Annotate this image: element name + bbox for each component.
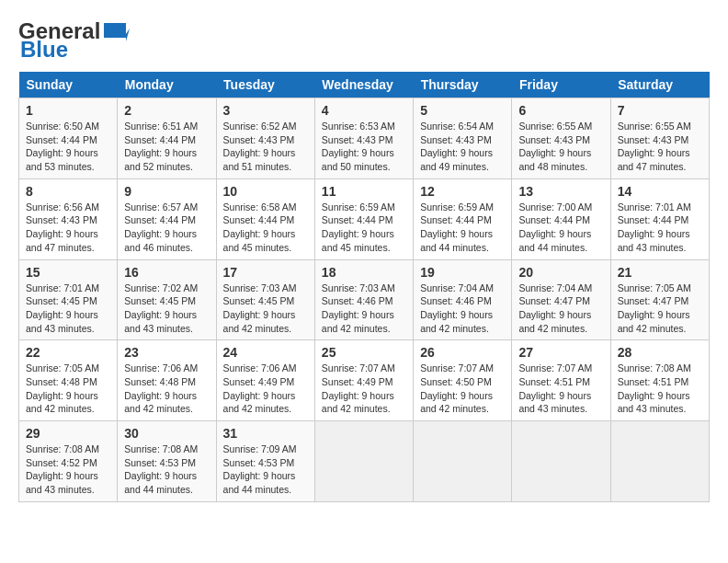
day-number: 25 xyxy=(322,345,406,360)
weekday-header-wednesday: Wednesday xyxy=(314,72,413,98)
day-number: 14 xyxy=(618,184,702,199)
calendar-cell: 3Sunrise: 6:52 AM Sunset: 4:43 PM Daylig… xyxy=(216,98,314,179)
day-info: Sunrise: 7:09 AM Sunset: 4:53 PM Dayligh… xyxy=(223,442,308,497)
day-info: Sunrise: 7:07 AM Sunset: 4:49 PM Dayligh… xyxy=(322,362,406,416)
day-number: 21 xyxy=(618,265,702,280)
calendar-week-5: 29Sunrise: 7:08 AM Sunset: 4:52 PM Dayli… xyxy=(19,421,710,502)
calendar-cell: 6Sunrise: 6:55 AM Sunset: 4:43 PM Daylig… xyxy=(512,98,610,179)
day-info: Sunrise: 6:58 AM Sunset: 4:44 PM Dayligh… xyxy=(223,201,308,255)
calendar-cell: 23Sunrise: 7:06 AM Sunset: 4:48 PM Dayli… xyxy=(118,340,216,421)
calendar-cell: 4Sunrise: 6:53 AM Sunset: 4:43 PM Daylig… xyxy=(314,98,413,179)
calendar-cell: 30Sunrise: 7:08 AM Sunset: 4:53 PM Dayli… xyxy=(118,421,216,502)
calendar-week-1: 1Sunrise: 6:50 AM Sunset: 4:44 PM Daylig… xyxy=(19,98,710,179)
day-number: 16 xyxy=(124,265,209,280)
day-number: 28 xyxy=(618,345,702,360)
day-info: Sunrise: 7:05 AM Sunset: 4:48 PM Dayligh… xyxy=(26,362,110,416)
calendar-cell: 9Sunrise: 6:57 AM Sunset: 4:44 PM Daylig… xyxy=(118,178,216,259)
calendar-cell: 7Sunrise: 6:55 AM Sunset: 4:43 PM Daylig… xyxy=(610,98,709,179)
day-number: 15 xyxy=(26,265,110,280)
day-info: Sunrise: 7:07 AM Sunset: 4:50 PM Dayligh… xyxy=(420,362,505,416)
day-info: Sunrise: 7:08 AM Sunset: 4:52 PM Dayligh… xyxy=(26,442,110,497)
day-number: 19 xyxy=(420,265,505,280)
day-number: 2 xyxy=(124,103,209,118)
day-number: 1 xyxy=(26,103,110,118)
day-info: Sunrise: 7:08 AM Sunset: 4:51 PM Dayligh… xyxy=(618,362,702,416)
calendar-cell: 28Sunrise: 7:08 AM Sunset: 4:51 PM Dayli… xyxy=(610,340,709,421)
day-number: 12 xyxy=(420,184,505,199)
day-number: 26 xyxy=(420,345,505,360)
calendar-week-2: 8Sunrise: 6:56 AM Sunset: 4:43 PM Daylig… xyxy=(19,178,710,259)
calendar-cell: 1Sunrise: 6:50 AM Sunset: 4:44 PM Daylig… xyxy=(19,98,118,179)
day-number: 29 xyxy=(26,426,110,441)
logo-arrow-icon xyxy=(100,21,130,41)
day-number: 24 xyxy=(223,345,308,360)
weekday-header-tuesday: Tuesday xyxy=(216,72,314,98)
calendar-cell: 22Sunrise: 7:05 AM Sunset: 4:48 PM Dayli… xyxy=(19,340,118,421)
day-number: 3 xyxy=(223,103,308,118)
calendar-cell: 29Sunrise: 7:08 AM Sunset: 4:52 PM Dayli… xyxy=(19,421,118,502)
day-number: 7 xyxy=(618,103,702,118)
day-number: 23 xyxy=(124,345,209,360)
day-number: 13 xyxy=(518,184,603,199)
calendar-cell xyxy=(314,421,413,502)
day-info: Sunrise: 6:57 AM Sunset: 4:44 PM Dayligh… xyxy=(124,201,209,255)
calendar-cell: 8Sunrise: 6:56 AM Sunset: 4:43 PM Daylig… xyxy=(19,178,118,259)
calendar-cell: 31Sunrise: 7:09 AM Sunset: 4:53 PM Dayli… xyxy=(216,421,314,502)
calendar-cell: 24Sunrise: 7:06 AM Sunset: 4:49 PM Dayli… xyxy=(216,340,314,421)
day-number: 9 xyxy=(124,184,209,199)
calendar-table: SundayMondayTuesdayWednesdayThursdayFrid… xyxy=(18,72,710,502)
day-info: Sunrise: 7:01 AM Sunset: 4:44 PM Dayligh… xyxy=(618,201,702,255)
day-info: Sunrise: 7:04 AM Sunset: 4:46 PM Dayligh… xyxy=(420,282,505,336)
calendar-cell: 26Sunrise: 7:07 AM Sunset: 4:50 PM Dayli… xyxy=(414,340,512,421)
calendar-cell: 12Sunrise: 6:59 AM Sunset: 4:44 PM Dayli… xyxy=(414,178,512,259)
calendar-cell: 2Sunrise: 6:51 AM Sunset: 4:44 PM Daylig… xyxy=(118,98,216,179)
calendar-cell: 11Sunrise: 6:59 AM Sunset: 4:44 PM Dayli… xyxy=(314,178,413,259)
day-info: Sunrise: 7:06 AM Sunset: 4:48 PM Dayligh… xyxy=(124,362,209,416)
day-number: 20 xyxy=(518,265,603,280)
calendar-cell xyxy=(610,421,709,502)
day-info: Sunrise: 6:50 AM Sunset: 4:44 PM Dayligh… xyxy=(26,120,110,174)
calendar-cell: 21Sunrise: 7:05 AM Sunset: 4:47 PM Dayli… xyxy=(610,259,709,340)
day-info: Sunrise: 6:56 AM Sunset: 4:43 PM Dayligh… xyxy=(26,201,110,255)
weekday-header-monday: Monday xyxy=(118,72,216,98)
day-number: 30 xyxy=(124,426,209,441)
svg-marker-0 xyxy=(104,23,130,41)
day-info: Sunrise: 7:06 AM Sunset: 4:49 PM Dayligh… xyxy=(223,362,308,416)
day-number: 17 xyxy=(223,265,308,280)
calendar-week-4: 22Sunrise: 7:05 AM Sunset: 4:48 PM Dayli… xyxy=(19,340,710,421)
day-info: Sunrise: 6:59 AM Sunset: 4:44 PM Dayligh… xyxy=(420,201,505,255)
calendar-week-3: 15Sunrise: 7:01 AM Sunset: 4:45 PM Dayli… xyxy=(19,259,710,340)
calendar-cell: 16Sunrise: 7:02 AM Sunset: 4:45 PM Dayli… xyxy=(118,259,216,340)
day-number: 6 xyxy=(518,103,603,118)
weekday-header-sunday: Sunday xyxy=(19,72,118,98)
day-number: 10 xyxy=(223,184,308,199)
day-number: 11 xyxy=(322,184,406,199)
day-info: Sunrise: 7:05 AM Sunset: 4:47 PM Dayligh… xyxy=(618,282,702,336)
calendar-cell: 20Sunrise: 7:04 AM Sunset: 4:47 PM Dayli… xyxy=(512,259,610,340)
logo-blue: Blue xyxy=(20,37,68,63)
day-info: Sunrise: 7:03 AM Sunset: 4:46 PM Dayligh… xyxy=(322,282,406,336)
day-number: 5 xyxy=(420,103,505,118)
calendar-cell xyxy=(414,421,512,502)
day-info: Sunrise: 7:04 AM Sunset: 4:47 PM Dayligh… xyxy=(518,282,603,336)
day-info: Sunrise: 6:59 AM Sunset: 4:44 PM Dayligh… xyxy=(322,201,406,255)
calendar-cell: 27Sunrise: 7:07 AM Sunset: 4:51 PM Dayli… xyxy=(512,340,610,421)
day-number: 18 xyxy=(322,265,406,280)
calendar-cell: 13Sunrise: 7:00 AM Sunset: 4:44 PM Dayli… xyxy=(512,178,610,259)
day-info: Sunrise: 7:00 AM Sunset: 4:44 PM Dayligh… xyxy=(518,201,603,255)
day-info: Sunrise: 7:03 AM Sunset: 4:45 PM Dayligh… xyxy=(223,282,308,336)
calendar-cell: 25Sunrise: 7:07 AM Sunset: 4:49 PM Dayli… xyxy=(314,340,413,421)
day-number: 27 xyxy=(518,345,603,360)
calendar-cell: 18Sunrise: 7:03 AM Sunset: 4:46 PM Dayli… xyxy=(314,259,413,340)
calendar-cell: 5Sunrise: 6:54 AM Sunset: 4:43 PM Daylig… xyxy=(414,98,512,179)
calendar-cell: 14Sunrise: 7:01 AM Sunset: 4:44 PM Dayli… xyxy=(610,178,709,259)
day-info: Sunrise: 7:01 AM Sunset: 4:45 PM Dayligh… xyxy=(26,282,110,336)
calendar-cell xyxy=(512,421,610,502)
day-number: 4 xyxy=(322,103,406,118)
day-info: Sunrise: 7:08 AM Sunset: 4:53 PM Dayligh… xyxy=(124,442,209,497)
calendar-cell: 15Sunrise: 7:01 AM Sunset: 4:45 PM Dayli… xyxy=(19,259,118,340)
weekday-header-row: SundayMondayTuesdayWednesdayThursdayFrid… xyxy=(19,72,710,98)
day-info: Sunrise: 7:02 AM Sunset: 4:45 PM Dayligh… xyxy=(124,282,209,336)
weekday-header-thursday: Thursday xyxy=(414,72,512,98)
day-number: 8 xyxy=(26,184,110,199)
